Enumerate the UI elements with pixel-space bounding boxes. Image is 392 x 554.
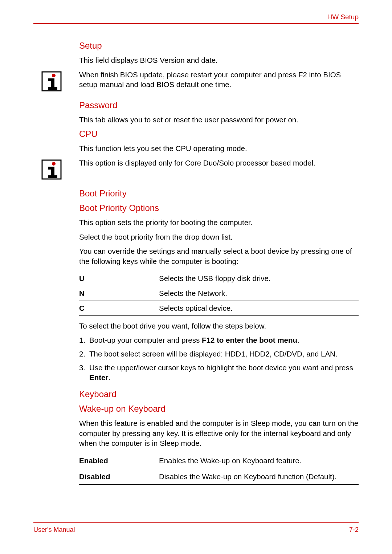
- key-label: C: [79, 301, 159, 315]
- keyboard-body: When this feature is enabled and the com…: [79, 418, 359, 448]
- key-desc: Selects the Network.: [159, 286, 359, 301]
- content-area: Setup This field displays BIOS Version a…: [33, 24, 359, 485]
- key-label: U: [79, 271, 159, 286]
- footer-left: User's Manual: [33, 526, 75, 534]
- step-bold: Enter: [89, 373, 108, 382]
- keyboard-option-table: Enabled Enables the Wake-up on Keyboard …: [79, 453, 359, 485]
- heading-cpu: CPU: [79, 129, 359, 139]
- page-header: HW Setup: [33, 13, 359, 24]
- info-icon: [41, 159, 62, 182]
- key-desc: Selects optical device.: [159, 301, 359, 315]
- svg-rect-3: [51, 78, 54, 88]
- info-text-cpu: This option is displayed only for Core D…: [79, 158, 359, 168]
- cpu-body: This function lets you set the CPU opera…: [79, 143, 359, 154]
- list-item: Use the upper/lower cursor keys to highl…: [79, 363, 359, 383]
- table-row: Enabled Enables the Wake-up on Keyboard …: [79, 453, 359, 469]
- boot-p3: You can override the settings and manual…: [79, 246, 359, 266]
- table-row: N Selects the Network.: [79, 286, 359, 301]
- info-text-setup: When finish BIOS update, please restart …: [79, 70, 359, 90]
- info-note-setup: When finish BIOS update, please restart …: [33, 70, 359, 94]
- svg-point-6: [52, 162, 56, 166]
- boot-p2: Select the boot priority from the drop d…: [79, 232, 359, 242]
- svg-rect-4: [48, 87, 57, 90]
- password-body: This tab allows you to set or reset the …: [79, 115, 359, 125]
- option-name: Enabled: [79, 453, 159, 469]
- option-name: Disabled: [79, 469, 159, 485]
- setup-body: This field displays BIOS Version and dat…: [79, 55, 359, 65]
- heading-boot-priority: Boot Priority: [79, 188, 359, 199]
- step-text: Boot-up your computer and press: [89, 336, 202, 344]
- key-desc: Selects the USB floppy disk drive.: [159, 271, 359, 286]
- table-row: C Selects optical device.: [79, 301, 359, 315]
- boot-p4: To select the boot drive you want, follo…: [79, 321, 359, 331]
- header-title: HW Setup: [327, 13, 359, 21]
- info-note-cpu: This option is displayed only for Core D…: [33, 158, 359, 182]
- list-item: Boot-up your computer and press F12 to e…: [79, 335, 359, 345]
- info-icon: [41, 70, 62, 94]
- option-desc: Disables the Wake-up on Keyboard functio…: [159, 469, 359, 485]
- table-row: U Selects the USB floppy disk drive.: [79, 271, 359, 286]
- step-text: Use the upper/lower cursor keys to highl…: [89, 363, 353, 372]
- heading-setup: Setup: [79, 41, 359, 51]
- svg-rect-9: [48, 175, 57, 178]
- step-text: The boot select screen will be displayed…: [89, 350, 338, 358]
- heading-boot-options: Boot Priority Options: [79, 203, 359, 213]
- table-row: Disabled Disables the Wake-up on Keyboar…: [79, 469, 359, 485]
- boot-p1: This option sets the priority for bootin…: [79, 217, 359, 228]
- heading-password: Password: [79, 100, 359, 110]
- heading-wakeup: Wake-up on Keyboard: [79, 404, 359, 414]
- page-footer: User's Manual 7-2: [33, 522, 359, 534]
- step-text: .: [297, 336, 299, 344]
- key-label: N: [79, 286, 159, 301]
- boot-steps-list: Boot-up your computer and press F12 to e…: [79, 335, 359, 383]
- step-text: .: [108, 373, 110, 382]
- boot-key-table: U Selects the USB floppy disk drive. N S…: [79, 271, 359, 316]
- list-item: The boot select screen will be displayed…: [79, 349, 359, 359]
- svg-point-1: [52, 74, 56, 77]
- step-bold: F12 to enter the boot menu: [202, 336, 297, 344]
- svg-rect-8: [51, 167, 54, 176]
- footer-right: 7-2: [349, 526, 359, 534]
- heading-keyboard: Keyboard: [79, 389, 359, 399]
- option-desc: Enables the Wake-up on Keyboard feature.: [159, 453, 359, 469]
